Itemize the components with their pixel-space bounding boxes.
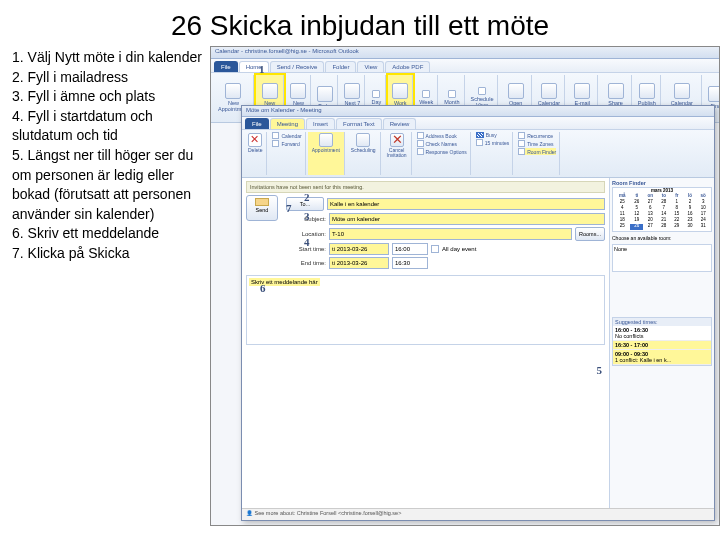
roomfinder-icon — [518, 148, 525, 155]
rf-suggestions: Suggested times: 16:00 - 16:30No conflic… — [612, 317, 712, 366]
end-time-input[interactable]: 16:30 — [392, 257, 428, 269]
suggestion-item[interactable]: 16:00 - 16:30No conflicts — [613, 326, 711, 341]
check-names-icon — [417, 140, 424, 147]
mtab-meeting[interactable]: Meeting — [270, 118, 305, 129]
meeting-ribbon: ✕Delete Calendar Forward Appointment Sch… — [242, 130, 714, 178]
hand-3: 3 — [304, 210, 310, 222]
busy-icon — [476, 132, 484, 138]
hand-6: 6 — [260, 282, 266, 294]
mrib-options: Busy 15 minutes — [473, 132, 513, 175]
hand-4: 4 — [304, 236, 310, 248]
delete-icon: ✕ — [248, 133, 262, 147]
mtab-review[interactable]: Review — [383, 118, 417, 129]
to-input[interactable]: Kalle i en kalender — [327, 198, 605, 210]
room-finder-panel: Room Finder mars 2013 måtiontofrlösö 252… — [609, 178, 714, 520]
slide-body: 1. Välj Nytt möte i din kalender 2. Fyll… — [0, 46, 720, 526]
tab-view[interactable]: View — [357, 61, 384, 72]
response-icon — [417, 148, 424, 155]
mrib-forward[interactable]: Forward — [272, 140, 301, 147]
rooms-button[interactable]: Rooms... — [575, 227, 605, 241]
mrib-recurrence[interactable]: Recurrence — [518, 132, 556, 139]
subject-input[interactable]: Möte om kalender — [329, 213, 605, 225]
recurrence-icon — [518, 132, 525, 139]
mtab-insert[interactable]: Insert — [306, 118, 335, 129]
send-button[interactable]: Send — [246, 195, 278, 221]
message-area[interactable]: Skriv ett meddelande här — [246, 275, 605, 345]
allday-label: All day event — [442, 246, 476, 252]
rf-title: Room Finder — [612, 180, 712, 186]
timezone-icon — [518, 140, 525, 147]
outlook-screenshot: Calendar - christine.forsell@hig.se - Mi… — [210, 46, 720, 526]
hand-5: 5 — [597, 364, 603, 376]
mrib-reminder[interactable]: 15 minutes — [476, 139, 509, 146]
hand-2: 2 — [304, 191, 310, 203]
mrib-timezones[interactable]: Time Zones — [518, 140, 556, 147]
suggestion-item[interactable]: 09:00 - 09:301 conflict: Kalle i en k... — [613, 350, 711, 365]
mrib-options2: Recurrence Time Zones Room Finder — [515, 132, 560, 175]
meeting-titlebar: Möte om Kalender - Meeting — [242, 106, 714, 117]
suggestion-item[interactable]: 16:30 - 17:00 — [613, 341, 711, 350]
mtab-format[interactable]: Format Text — [336, 118, 382, 129]
location-input[interactable]: T-10 — [329, 228, 572, 240]
mrib-cal-forward: Calendar Forward — [269, 132, 305, 175]
mrib-busy[interactable]: Busy — [476, 132, 509, 138]
meeting-body: Invitations have not been sent for this … — [242, 178, 714, 520]
outlook-titlebar: Calendar - christine.forsell@hig.se - Mi… — [211, 47, 719, 59]
end-date-input[interactable]: ti 2013-03-26 — [329, 257, 389, 269]
rf-calendar[interactable]: mars 2013 måtiontofrlösö 25262728123 456… — [612, 187, 712, 232]
mrib-delete[interactable]: ✕Delete — [244, 132, 267, 175]
rf-sugg-header: Suggested times: — [613, 318, 711, 326]
calendar-icon — [272, 132, 279, 139]
instructions-text: 1. Välj Nytt möte i din kalender 2. Fyll… — [0, 46, 210, 526]
mrib-scheduling[interactable]: Scheduling — [347, 132, 381, 175]
slide-title: 26 Skicka inbjudan till ett möte — [0, 0, 720, 46]
rf-cal-table: måtiontofrlösö 25262728123 45678910 1112… — [614, 194, 710, 230]
mrib-cancel[interactable]: ✕Cancel Invitation — [383, 132, 412, 175]
forward-icon — [272, 140, 279, 147]
tab-file[interactable]: File — [214, 61, 238, 72]
rf-room-list[interactable]: None — [612, 244, 712, 272]
mrib-address-book[interactable]: Address Book — [417, 132, 467, 139]
envelope-icon — [255, 198, 269, 206]
appointment-icon — [319, 133, 333, 147]
meeting-window: Möte om Kalender - Meeting File Meeting … — [241, 105, 715, 521]
tab-adobe-pdf[interactable]: Adobe PDF — [385, 61, 430, 72]
start-time-input[interactable]: 16:00 — [392, 243, 428, 255]
meeting-form: Invitations have not been sent for this … — [242, 178, 609, 520]
mrib-roomfinder[interactable]: Room Finder — [518, 148, 556, 155]
mrib-appointment[interactable]: Appointment — [308, 132, 345, 175]
cancel-icon: ✕ — [390, 133, 404, 147]
address-book-icon — [417, 132, 424, 139]
mtab-file[interactable]: File — [245, 118, 269, 129]
hand-7: 7 — [286, 202, 292, 214]
tab-folder[interactable]: Folder — [325, 61, 356, 72]
rf-room-label: Choose an available room: — [612, 235, 712, 241]
reminder-icon — [476, 139, 483, 146]
mrib-calendar-link[interactable]: Calendar — [272, 132, 301, 139]
scheduling-icon — [356, 133, 370, 147]
end-label: End time: — [286, 260, 326, 266]
start-date-input[interactable]: ti 2013-03-26 — [329, 243, 389, 255]
tab-send-receive[interactable]: Send / Receive — [270, 61, 325, 72]
meeting-tabs: File Meeting Insert Format Text Review — [242, 117, 714, 130]
mrib-check-names[interactable]: Check Names — [417, 140, 467, 147]
outlook-tabs: File Home Send / Receive Folder View Ado… — [211, 59, 719, 73]
info-bar: Invitations have not been sent for this … — [246, 181, 605, 193]
mrib-response-opts[interactable]: Response Options — [417, 148, 467, 155]
footer-bar: 👤 See more about: Christine Forsell <chr… — [242, 508, 714, 520]
allday-checkbox[interactable] — [431, 245, 439, 253]
hand-1: 1 — [259, 63, 265, 75]
mrib-attendees: Address Book Check Names Response Option… — [414, 132, 471, 175]
